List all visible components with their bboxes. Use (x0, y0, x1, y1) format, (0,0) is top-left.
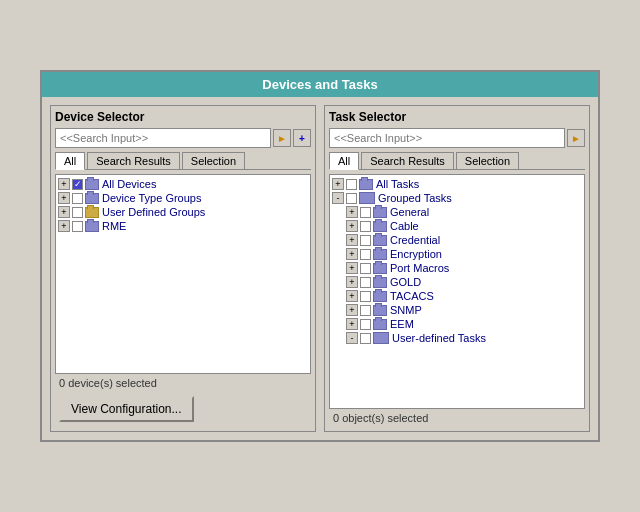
task-search-row: ► (329, 128, 585, 148)
label-credential[interactable]: Credential (390, 234, 440, 246)
checkbox-rme[interactable] (72, 221, 83, 232)
tree-item-snmp: + SNMP (332, 303, 582, 317)
label-user-defined-tasks[interactable]: User-defined Tasks (392, 332, 486, 344)
checkbox-general[interactable] (360, 207, 371, 218)
expand-all-tasks[interactable]: + (332, 178, 344, 190)
expand-all-devices[interactable]: + (58, 178, 70, 190)
panels-container: Device Selector ► + All Search Results S… (42, 97, 598, 440)
task-status-text: 0 object(s) selected (333, 412, 428, 424)
folder-eem (373, 319, 387, 330)
checkbox-grouped-tasks[interactable] (346, 193, 357, 204)
folder-user-defined-groups (85, 207, 99, 218)
folder-port-macros (373, 263, 387, 274)
label-general[interactable]: General (390, 206, 429, 218)
label-gold[interactable]: GOLD (390, 276, 421, 288)
expand-user-defined-groups[interactable]: + (58, 206, 70, 218)
label-all-tasks[interactable]: All Tasks (376, 178, 419, 190)
folder-tacacs (373, 291, 387, 302)
label-tacacs[interactable]: TACACS (390, 290, 434, 302)
expand-gold[interactable]: + (346, 276, 358, 288)
tree-item-all-devices: + ✓ All Devices (58, 177, 308, 191)
checkbox-tacacs[interactable] (360, 291, 371, 302)
device-search-input[interactable] (55, 128, 271, 148)
device-tabs-row: All Search Results Selection (55, 152, 311, 170)
expand-credential[interactable]: + (346, 234, 358, 246)
folder-all-tasks (359, 179, 373, 190)
checkbox-cable[interactable] (360, 221, 371, 232)
folder-user-defined-tasks (373, 332, 389, 344)
tree-item-encryption: + Encryption (332, 247, 582, 261)
expand-rme[interactable]: + (58, 220, 70, 232)
task-arrow-icon[interactable]: ► (567, 129, 585, 147)
label-snmp[interactable]: SNMP (390, 304, 422, 316)
main-window: Devices and Tasks Device Selector ► + Al… (40, 70, 600, 442)
device-status-text: 0 device(s) selected (59, 377, 157, 389)
title-bar: Devices and Tasks (42, 72, 598, 97)
task-tab-all[interactable]: All (329, 152, 359, 170)
collapse-grouped-tasks[interactable]: - (332, 192, 344, 204)
checkbox-credential[interactable] (360, 235, 371, 246)
tree-item-all-tasks: + All Tasks (332, 177, 582, 191)
device-tab-all[interactable]: All (55, 152, 85, 170)
folder-all-devices (85, 179, 99, 190)
folder-encryption (373, 249, 387, 260)
checkbox-all-devices[interactable]: ✓ (72, 179, 83, 190)
folder-credential (373, 235, 387, 246)
expand-cable[interactable]: + (346, 220, 358, 232)
tree-item-rme: + RME (58, 219, 308, 233)
task-search-input[interactable] (329, 128, 565, 148)
tree-item-port-macros: + Port Macros (332, 261, 582, 275)
checkbox-user-defined-groups[interactable] (72, 207, 83, 218)
checkbox-device-type-groups[interactable] (72, 193, 83, 204)
folder-snmp (373, 305, 387, 316)
device-add-icon[interactable]: + (293, 129, 311, 147)
window-title: Devices and Tasks (262, 77, 377, 92)
expand-general[interactable]: + (346, 206, 358, 218)
task-tabs-row: All Search Results Selection (329, 152, 585, 170)
tree-item-general: + General (332, 205, 582, 219)
folder-cable (373, 221, 387, 232)
label-rme[interactable]: RME (102, 220, 126, 232)
task-selector-panel: Task Selector ► All Search Results Selec… (324, 105, 590, 432)
tree-item-gold: + GOLD (332, 275, 582, 289)
device-tab-selection[interactable]: Selection (182, 152, 245, 169)
expand-snmp[interactable]: + (346, 304, 358, 316)
checkbox-port-macros[interactable] (360, 263, 371, 274)
expand-device-type-groups[interactable]: + (58, 192, 70, 204)
checkbox-encryption[interactable] (360, 249, 371, 260)
label-cable[interactable]: Cable (390, 220, 419, 232)
device-selector-title: Device Selector (55, 110, 311, 124)
expand-encryption[interactable]: + (346, 248, 358, 260)
expand-port-macros[interactable]: + (346, 262, 358, 274)
label-grouped-tasks[interactable]: Grouped Tasks (378, 192, 452, 204)
device-arrow-icon[interactable]: ► (273, 129, 291, 147)
label-device-type-groups[interactable]: Device Type Groups (102, 192, 201, 204)
device-tab-search-results[interactable]: Search Results (87, 152, 180, 169)
expand-tacacs[interactable]: + (346, 290, 358, 302)
view-configuration-button[interactable]: View Configuration... (59, 396, 194, 422)
collapse-user-defined-tasks[interactable]: - (346, 332, 358, 344)
checkbox-gold[interactable] (360, 277, 371, 288)
label-encryption[interactable]: Encryption (390, 248, 442, 260)
expand-eem[interactable]: + (346, 318, 358, 330)
folder-rme (85, 221, 99, 232)
checkbox-all-tasks[interactable] (346, 179, 357, 190)
device-tree-area: + ✓ All Devices + Device Type Groups + (55, 174, 311, 374)
tree-item-user-defined-groups: + User Defined Groups (58, 205, 308, 219)
tree-item-credential: + Credential (332, 233, 582, 247)
device-status-bar: 0 device(s) selected (55, 374, 311, 392)
label-port-macros[interactable]: Port Macros (390, 262, 449, 274)
task-tab-selection[interactable]: Selection (456, 152, 519, 169)
folder-general (373, 207, 387, 218)
task-tab-search-results[interactable]: Search Results (361, 152, 454, 169)
tree-item-tacacs: + TACACS (332, 289, 582, 303)
checkbox-snmp[interactable] (360, 305, 371, 316)
checkbox-eem[interactable] (360, 319, 371, 330)
label-user-defined-groups[interactable]: User Defined Groups (102, 206, 205, 218)
checkbox-user-defined-tasks[interactable] (360, 333, 371, 344)
folder-gold (373, 277, 387, 288)
label-eem[interactable]: EEM (390, 318, 414, 330)
device-search-row: ► + (55, 128, 311, 148)
label-all-devices[interactable]: All Devices (102, 178, 156, 190)
tree-item-device-type-groups: + Device Type Groups (58, 191, 308, 205)
